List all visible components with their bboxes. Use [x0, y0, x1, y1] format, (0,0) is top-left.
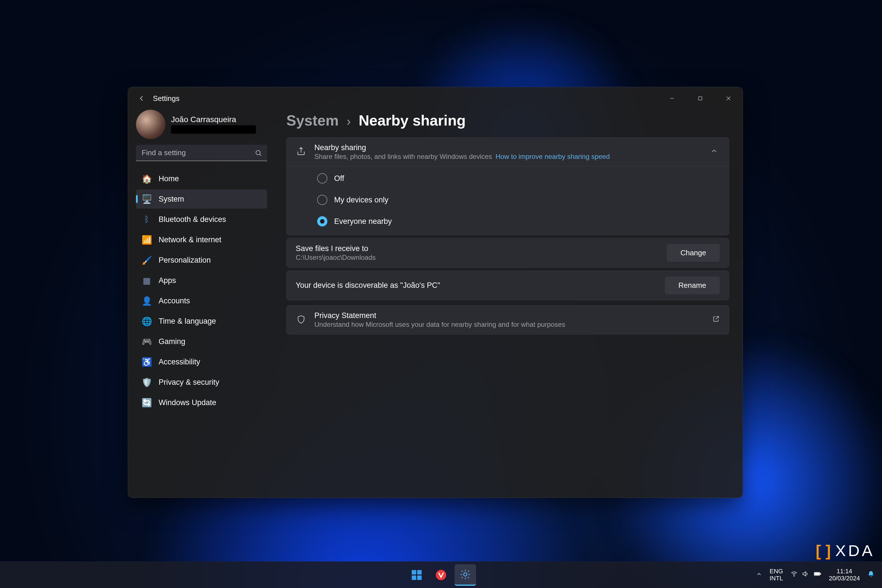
sidebar: João Carrasqueira 🏠Home 🖥️System ᛒBlueto… [128, 110, 275, 498]
svg-rect-10 [815, 573, 819, 575]
taskbar-app-vivaldi[interactable] [430, 564, 452, 586]
network-icon: 📶 [142, 235, 152, 245]
svg-rect-5 [417, 575, 422, 580]
radio-label: Everyone nearby [334, 217, 392, 226]
save-location-card: Save files I receive to C:\Users\joaoc\D… [286, 238, 729, 268]
titlebar: Settings [128, 87, 742, 110]
radio-off[interactable]: Off [317, 173, 720, 183]
svg-rect-11 [820, 573, 820, 574]
window-title: Settings [153, 94, 180, 103]
sidebar-item-label: Time & language [159, 317, 216, 326]
breadcrumb-current: Nearby sharing [359, 112, 466, 129]
main-content: System › Nearby sharing Nearby sharing S… [275, 110, 742, 498]
accessibility-icon: ♿ [142, 357, 152, 367]
svg-point-6 [436, 570, 446, 580]
privacy-icon: 🛡️ [142, 377, 152, 387]
radio-label: My devices only [334, 196, 388, 204]
sidebar-item-time[interactable]: 🌐Time & language [136, 312, 267, 331]
external-link-icon [712, 315, 720, 324]
svg-rect-2 [412, 570, 416, 574]
accounts-icon: 👤 [142, 296, 152, 306]
svg-point-1 [256, 150, 260, 154]
chevron-up-icon [708, 146, 720, 158]
breadcrumb-parent[interactable]: System [286, 112, 339, 129]
user-email-redacted [171, 125, 256, 134]
sidebar-item-personalization[interactable]: 🖌️Personalization [136, 250, 267, 270]
nearby-sharing-card: Nearby sharing Share files, photos, and … [286, 137, 729, 235]
language-indicator[interactable]: ENG INTL [770, 568, 783, 582]
sidebar-item-update[interactable]: 🔄Windows Update [136, 393, 267, 412]
share-icon [296, 147, 306, 158]
sidebar-nav: 🏠Home 🖥️System ᛒBluetooth & devices 📶Net… [136, 169, 267, 412]
sidebar-item-home[interactable]: 🏠Home [136, 169, 267, 188]
personalization-icon: 🖌️ [142, 255, 152, 265]
volume-icon[interactable] [802, 570, 809, 579]
sidebar-item-label: System [159, 195, 184, 204]
radio-icon [317, 173, 327, 183]
wifi-icon[interactable] [790, 570, 798, 579]
back-button[interactable] [135, 92, 148, 105]
card-subtitle: Share files, photos, and links with near… [314, 153, 700, 160]
start-button[interactable] [406, 564, 428, 586]
svg-rect-4 [412, 575, 416, 580]
bluetooth-icon: ᛒ [142, 214, 152, 225]
sidebar-item-bluetooth[interactable]: ᛒBluetooth & devices [136, 210, 267, 229]
radio-label: Off [334, 174, 344, 183]
rename-button[interactable]: Rename [665, 276, 720, 294]
improve-speed-link[interactable]: How to improve nearby sharing speed [495, 153, 610, 160]
tray-overflow-button[interactable] [756, 570, 762, 579]
close-button[interactable] [714, 89, 742, 108]
chevron-right-icon: › [346, 114, 351, 128]
svg-point-7 [464, 573, 467, 576]
radio-everyone[interactable]: Everyone nearby [317, 216, 720, 226]
sidebar-item-apps[interactable]: ▦Apps [136, 271, 267, 290]
search-icon [255, 149, 262, 159]
nearby-sharing-header[interactable]: Nearby sharing Share files, photos, and … [286, 138, 729, 166]
discoverable-card: Your device is discoverable as "João's P… [286, 270, 729, 300]
taskbar: ENG INTL 11:14 20/03/2024 [0, 561, 882, 588]
minimize-button[interactable] [658, 89, 686, 108]
change-button[interactable]: Change [667, 244, 720, 262]
maximize-button[interactable] [686, 89, 714, 108]
save-location-title: Save files I receive to [296, 244, 659, 253]
sidebar-item-label: Personalization [159, 256, 211, 265]
svg-point-8 [794, 576, 794, 576]
sidebar-item-privacy[interactable]: 🛡️Privacy & security [136, 373, 267, 392]
home-icon: 🏠 [142, 174, 152, 184]
svg-rect-0 [699, 97, 702, 100]
system-tray: ENG INTL 11:14 20/03/2024 [756, 568, 882, 582]
sidebar-item-label: Privacy & security [159, 378, 219, 387]
apps-icon: ▦ [142, 275, 152, 285]
system-icon: 🖥️ [142, 194, 152, 204]
settings-window: Settings João Carrasqueira [128, 87, 743, 498]
radio-icon [317, 195, 327, 205]
notification-button[interactable] [867, 570, 874, 579]
taskbar-app-settings[interactable] [454, 564, 476, 586]
sidebar-item-network[interactable]: 📶Network & internet [136, 230, 267, 249]
privacy-subtitle: Understand how Microsoft uses your data … [314, 321, 705, 328]
sidebar-item-label: Accounts [159, 297, 190, 305]
radio-my-devices[interactable]: My devices only [317, 195, 720, 205]
sidebar-item-label: Windows Update [159, 398, 216, 407]
sidebar-item-gaming[interactable]: 🎮Gaming [136, 332, 267, 351]
svg-rect-3 [417, 570, 422, 574]
shield-icon [296, 315, 306, 325]
sidebar-item-label: Gaming [159, 337, 186, 346]
sidebar-item-label: Apps [159, 276, 176, 285]
save-location-path: C:\Users\joaoc\Downloads [296, 254, 659, 261]
breadcrumb: System › Nearby sharing [286, 112, 729, 129]
user-block[interactable]: João Carrasqueira [136, 111, 267, 138]
battery-icon[interactable] [813, 570, 822, 579]
sidebar-item-label: Accessibility [159, 358, 200, 366]
clock[interactable]: 11:14 20/03/2024 [829, 568, 860, 582]
sidebar-item-accounts[interactable]: 👤Accounts [136, 291, 267, 310]
sidebar-item-label: Network & internet [159, 236, 221, 244]
sidebar-item-accessibility[interactable]: ♿Accessibility [136, 352, 267, 372]
privacy-card[interactable]: Privacy Statement Understand how Microso… [286, 305, 729, 334]
time-icon: 🌐 [142, 316, 152, 326]
search-input[interactable] [136, 145, 267, 161]
gaming-icon: 🎮 [142, 336, 152, 346]
sidebar-item-system[interactable]: 🖥️System [136, 189, 267, 208]
sidebar-item-label: Bluetooth & devices [159, 215, 226, 224]
card-title: Nearby sharing [314, 143, 700, 152]
